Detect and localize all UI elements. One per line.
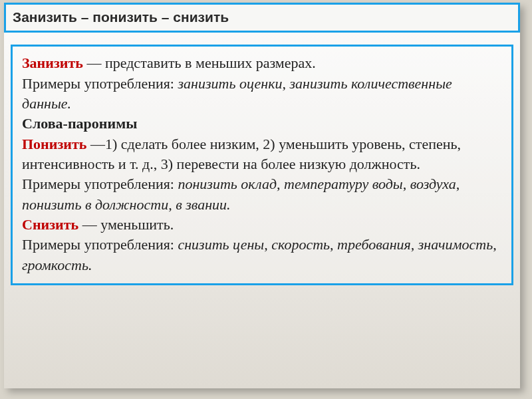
title-box: Занизить – понизить – снизить (4, 3, 520, 33)
entry-2-dash: — (86, 136, 105, 152)
entry-1: Занизить — представить в меньших размера… (22, 53, 502, 73)
entry-2-examples-label: Примеры употребления: (22, 176, 178, 192)
entry-1-examples: Примеры употребления: занизить оценки, з… (22, 74, 502, 114)
entry-3-word: Снизить (22, 216, 78, 233)
content-box: Занизить — представить в меньших размера… (11, 45, 513, 285)
paronyms-label: Слова-паронимы (22, 114, 502, 134)
entry-3-examples: Примеры употребления: снизить цены, скор… (22, 235, 502, 275)
entry-1-word: Занизить (22, 55, 83, 71)
entry-2: Понизить —1) сделать более низким, 2) ум… (22, 134, 502, 175)
entry-2-examples: Примеры употребления: понизить оклад, те… (22, 174, 502, 215)
entry-1-examples-label: Примеры употребления: (22, 75, 178, 92)
entry-1-def: представить в меньших размерах. (105, 55, 316, 71)
entry-2-word: Понизить (22, 136, 86, 152)
entry-3: Снизить — уменьшить. (22, 215, 502, 235)
slide: Занизить – понизить – снизить Занизить —… (4, 3, 520, 388)
entry-3-dash: — (78, 216, 100, 233)
slide-title: Занизить – понизить – снизить (13, 9, 229, 25)
entry-3-def: уменьшить. (100, 216, 174, 233)
entry-1-dash: — (83, 55, 105, 71)
entry-3-examples-label: Примеры употребления: (22, 236, 178, 253)
